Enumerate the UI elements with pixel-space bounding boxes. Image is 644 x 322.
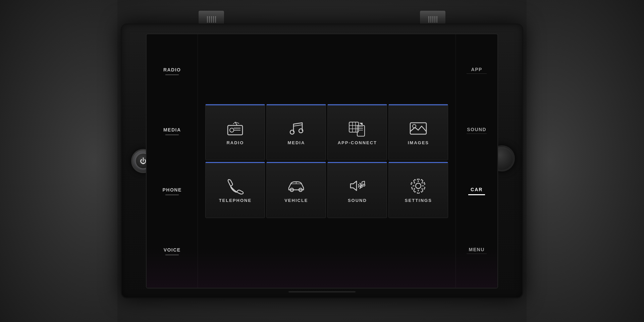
grid-item-sound[interactable]: SOUND <box>327 162 387 218</box>
vehicle-icon <box>286 177 306 195</box>
unit-bottom-strip <box>288 291 356 292</box>
grid-label-appconnect: APP-CONNECT <box>338 140 377 145</box>
car-body-right <box>527 0 644 322</box>
svg-line-9 <box>293 125 302 126</box>
settings-icon <box>408 177 428 195</box>
car-surround: ⏻ RADIO MEDIA PHONE <box>0 0 644 322</box>
grid-label-radio: RADIO <box>226 140 244 145</box>
sidebar-item-media[interactable]: MEDIA <box>147 123 198 139</box>
grid-top-line-images <box>389 104 448 105</box>
sidebar-label-phone: PHONE <box>163 187 182 193</box>
car-underline <box>468 194 485 195</box>
sidebar-item-car[interactable]: CAR <box>468 187 485 195</box>
sidebar-label-radio: RADIO <box>163 67 181 72</box>
sidebar-label-car: CAR <box>471 187 483 192</box>
sidebar-label-sound: SOUND <box>467 127 486 132</box>
sidebar-item-app[interactable]: APP <box>467 67 487 75</box>
grid-top-line-sound <box>328 162 387 163</box>
sidebar-underline-radio <box>165 74 179 75</box>
sidebar-item-voice[interactable]: VOICE <box>147 243 198 259</box>
svg-marker-19 <box>359 123 363 125</box>
telephone-icon <box>225 177 245 195</box>
svg-point-31 <box>416 183 421 189</box>
sidebar-item-phone[interactable]: PHONE <box>147 183 198 199</box>
grid-row-2: TELEPHONE VEHICLE <box>205 161 449 219</box>
sidebar-label-voice: VOICE <box>164 247 181 253</box>
sidebar-label-media: MEDIA <box>163 127 181 132</box>
radio-icon <box>225 119 245 137</box>
grid-item-radio[interactable]: RADIO <box>205 104 265 160</box>
grid-label-telephone: TELEPHONE <box>219 198 252 203</box>
grid-top-line-radio <box>206 104 265 105</box>
main-unit: ⏻ RADIO MEDIA PHONE <box>121 23 523 299</box>
sidebar-label-menu: MENU <box>469 247 485 252</box>
grid-top-line-media <box>267 104 326 105</box>
svg-point-21 <box>413 124 416 128</box>
grid-item-media[interactable]: MEDIA <box>266 104 326 160</box>
grid-top-line-appconnect <box>328 104 387 105</box>
screen: RADIO MEDIA PHONE VOICE <box>146 34 498 288</box>
grid-top-line-telephone <box>206 162 265 163</box>
appconnect-icon <box>347 119 367 137</box>
right-sidebar: APP SOUND CAR MENU <box>455 34 497 288</box>
grid-label-images: IMAGES <box>408 140 429 145</box>
grid-item-telephone[interactable]: TELEPHONE <box>205 162 265 218</box>
grid-top-line-vehicle <box>267 162 326 163</box>
grid-row-1: RADIO MEDIA <box>205 103 449 161</box>
sidebar-underline-voice <box>165 255 179 255</box>
sidebar-label-app: APP <box>471 67 482 72</box>
main-grid: RADIO MEDIA <box>198 34 455 288</box>
sidebar-underline-media <box>165 135 179 135</box>
grid-label-sound: SOUND <box>348 198 367 203</box>
sound-icon <box>347 177 367 195</box>
app-divider <box>467 73 487 74</box>
grid-label-settings: SETTINGS <box>405 198 432 203</box>
sidebar-item-radio[interactable]: RADIO <box>147 63 198 79</box>
grid-item-appconnect[interactable]: APP-CONNECT <box>327 104 387 160</box>
svg-point-30 <box>363 184 365 186</box>
car-body-left <box>0 0 117 322</box>
grid-item-settings[interactable]: SETTINGS <box>388 162 448 218</box>
svg-line-28 <box>362 181 365 182</box>
sidebar-item-menu[interactable]: MENU <box>467 247 487 255</box>
grid-item-vehicle[interactable]: VEHICLE <box>266 162 326 218</box>
grid-label-vehicle: VEHICLE <box>284 198 308 203</box>
power-icon: ⏻ <box>140 158 147 164</box>
left-sidebar: RADIO MEDIA PHONE VOICE <box>147 34 198 288</box>
sound-divider <box>467 133 487 134</box>
grid-item-images[interactable]: IMAGES <box>388 104 448 160</box>
menu-divider <box>467 254 487 254</box>
sidebar-underline-phone <box>165 195 179 195</box>
music-icon <box>286 119 306 137</box>
grid-label-media: MEDIA <box>287 140 305 145</box>
svg-point-1 <box>230 128 234 132</box>
sidebar-item-sound[interactable]: SOUND <box>467 127 487 135</box>
images-icon <box>408 119 428 137</box>
grid-top-line-settings <box>389 162 448 163</box>
svg-line-5 <box>233 122 235 124</box>
